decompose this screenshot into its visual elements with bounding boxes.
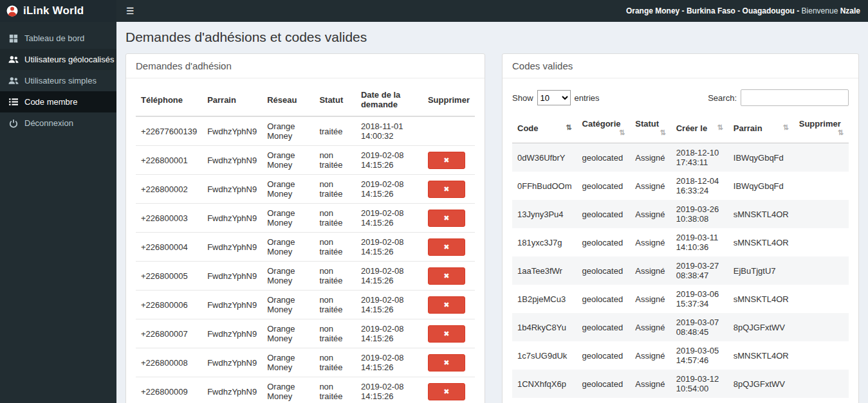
sidebar-item-label: Code membre — [24, 97, 77, 107]
close-icon: ✖ — [443, 272, 449, 280]
delete-request-button[interactable]: ✖ — [428, 181, 465, 198]
request-status: non traitée — [314, 204, 356, 233]
codes-column-header[interactable]: Statut⇅ — [630, 113, 670, 143]
app-logo-icon — [6, 4, 19, 17]
request-phone: +226800003 — [136, 204, 202, 233]
delete-request-button[interactable]: ✖ — [428, 210, 465, 227]
request-parrain: FwdhzYphN9 — [202, 262, 262, 291]
code-delete-cell — [794, 143, 849, 172]
delete-request-button[interactable]: ✖ — [428, 354, 465, 372]
sidebar-menu: Tableau de bordUtilisateurs géolocalisés… — [0, 22, 116, 134]
sort-icon: ⇅ — [783, 123, 789, 132]
requests-panel: Demandes d'adhésion TéléphoneParrainRése… — [125, 53, 485, 403]
code-parrain: 8pQJGFxtWV — [728, 313, 794, 341]
request-phone: +226800007 — [136, 319, 202, 348]
request-network: Orange Money — [262, 146, 314, 175]
request-status: non traitée — [314, 233, 356, 262]
code-status: Assigné — [630, 370, 670, 398]
codes-column-header[interactable]: Parrain⇅ — [728, 113, 794, 143]
sort-icon: ⇅ — [566, 123, 571, 132]
code-row: 1CNXhfqX6pgeolocatedAssigné2019-03-12 10… — [512, 370, 849, 398]
codes-column-header[interactable]: Créer le⇅ — [671, 113, 728, 143]
request-phone: +226800009 — [136, 377, 202, 403]
close-icon: ✖ — [443, 185, 449, 193]
request-delete-cell: ✖ — [423, 262, 475, 291]
close-icon: ✖ — [443, 359, 449, 366]
request-status: non traitée — [314, 377, 356, 403]
code-delete-cell — [794, 172, 849, 200]
request-phone: +226800001 — [136, 146, 202, 175]
search-input[interactable] — [741, 89, 849, 106]
code-value: 0dW36UfbrY — [512, 143, 577, 172]
request-status: non traitée — [314, 262, 356, 291]
request-network: Orange Money — [262, 204, 314, 233]
request-parrain: FwdhzYphN9 — [202, 116, 262, 146]
codes-column-header[interactable]: Supprimer⇅ — [794, 113, 849, 143]
hamburger-icon[interactable]: ☰ — [116, 0, 144, 22]
code-category: geolocated — [577, 398, 631, 403]
code-created: 2019-03-07 08:48:45 — [671, 313, 728, 341]
sort-icon: ⇅ — [717, 123, 723, 132]
request-network: Orange Money — [262, 116, 314, 146]
codes-column-label: Créer le — [676, 123, 707, 133]
codes-column-header[interactable]: Code⇅ — [512, 113, 577, 143]
close-icon: ✖ — [443, 214, 449, 222]
delete-request-button[interactable]: ✖ — [428, 238, 465, 256]
codes-panel-body: Show 10 entries Search: Code⇅Catégorie⇅S… — [503, 78, 858, 403]
sidebar-item-deconnexion[interactable]: Déconnexion — [0, 112, 116, 134]
request-parrain: FwdhzYphN9 — [202, 291, 262, 319]
sort-icon: ⇅ — [660, 129, 665, 137]
request-row: +226800009FwdhzYphN9Orange Moneynon trai… — [136, 377, 475, 403]
request-row: +226800008FwdhzYphN9Orange Moneynon trai… — [136, 348, 475, 377]
code-row: 0FFhBudOOmgeolocatedAssigné2018-12-04 16… — [512, 172, 849, 200]
welcome-text: Bienvenue — [802, 6, 840, 15]
delete-request-button[interactable]: ✖ — [428, 152, 465, 169]
user-context: Orange Money - Burkina Faso - Ouagadougo… — [626, 6, 802, 15]
close-icon: ✖ — [443, 156, 449, 164]
requests-column-header: Statut — [314, 84, 356, 116]
request-phone: +226800005 — [136, 262, 202, 291]
codes-column-label: Supprimer — [799, 119, 841, 129]
request-network: Orange Money — [262, 377, 314, 403]
brand-name: iLink World — [23, 4, 84, 17]
code-category: geolocated — [577, 341, 631, 370]
list-icon — [8, 98, 19, 106]
request-date: 2018-11-01 14:00:32 — [356, 116, 423, 146]
code-created: 2018-12-10 17:43:11 — [671, 143, 728, 172]
codes-panel-title: Codes valides — [503, 54, 858, 78]
request-row: +226800004FwdhzYphN9Orange Moneynon trai… — [136, 233, 475, 262]
request-status: non traitée — [314, 348, 356, 377]
delete-request-button[interactable]: ✖ — [428, 296, 465, 314]
codes-panel: Codes valides Show 10 entries Search: — [502, 53, 859, 403]
codes-column-header[interactable]: Catégorie⇅ — [577, 113, 631, 143]
codes-column-label: Catégorie — [582, 119, 621, 129]
code-parrain: EjBuTjgtU7 — [728, 398, 794, 403]
code-row: 0dW36UfbrYgeolocatedAssigné2018-12-10 17… — [512, 143, 849, 172]
users-icon — [8, 76, 19, 85]
request-parrain: FwdhzYphN9 — [202, 204, 262, 233]
code-status: Assigné — [630, 200, 670, 228]
code-row: 13Jyny3Pu4geolocatedAssigné2019-03-26 10… — [512, 200, 849, 228]
app-logo[interactable]: iLink World — [0, 0, 116, 22]
request-status: non traitée — [314, 146, 356, 175]
code-status: Assigné — [630, 256, 670, 285]
delete-request-button[interactable]: ✖ — [428, 325, 465, 343]
sidebar-item-tableau-de-bord[interactable]: Tableau de bord — [0, 28, 116, 49]
delete-request-button[interactable]: ✖ — [428, 383, 465, 400]
code-created: 2019-03-26 10:38:08 — [671, 200, 728, 228]
sidebar-item-utilisateurs-geolocalises[interactable]: Utilisateurs géolocalisés — [0, 49, 116, 70]
code-status: Assigné — [630, 285, 670, 313]
code-row: 1aaTee3fWrgeolocatedAssigné2019-03-27 08… — [512, 256, 849, 285]
request-status: non traitée — [314, 319, 356, 348]
delete-request-button[interactable]: ✖ — [428, 267, 465, 285]
sidebar-item-label: Utilisateurs simples — [24, 76, 97, 85]
codes-table-body: 0dW36UfbrYgeolocatedAssigné2018-12-10 17… — [512, 143, 849, 403]
sidebar-item-code-membre[interactable]: Code membre — [0, 91, 116, 112]
code-row: 181yxc3J7ggeolocatedAssigné2019-03-11 14… — [512, 228, 849, 256]
request-phone: +226800008 — [136, 348, 202, 377]
sidebar-item-utilisateurs-simples[interactable]: Utilisateurs simples — [0, 70, 116, 91]
code-delete-cell — [794, 313, 849, 341]
page-size-select[interactable]: 10 — [537, 90, 571, 105]
request-network: Orange Money — [262, 291, 314, 319]
request-row: +226800001FwdhzYphN9Orange Moneynon trai… — [136, 146, 475, 175]
